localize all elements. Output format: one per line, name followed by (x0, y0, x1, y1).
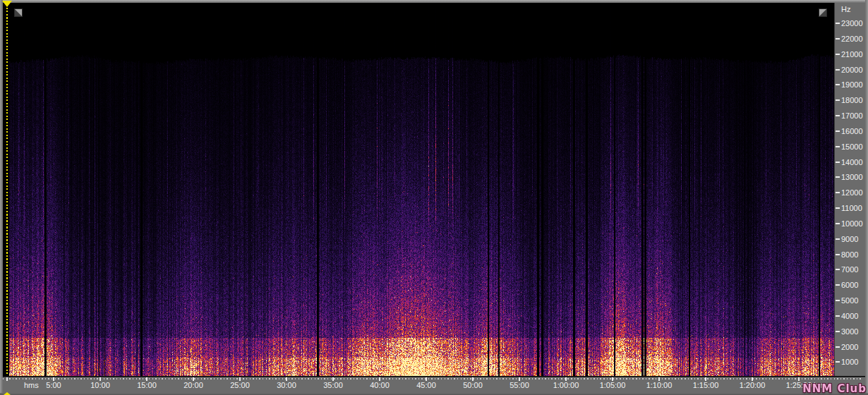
watermark-text: NNM Club (802, 382, 867, 395)
time-tick-label: 5:00 (46, 381, 61, 389)
time-tick-label: 1:10:00 (646, 381, 673, 389)
freq-tick (836, 84, 840, 85)
freq-tick (836, 130, 840, 132)
freq-tick (836, 238, 840, 240)
time-tick-label: 20:00 (183, 381, 203, 389)
freq-tick (836, 254, 840, 255)
freq-tick (836, 23, 840, 24)
freq-tick (836, 38, 840, 40)
spectrogram-canvas[interactable] (3, 3, 834, 376)
freq-tick-label: 4000 (841, 312, 858, 320)
freq-tick (836, 176, 840, 178)
freq-tick-label: 5000 (841, 296, 858, 305)
freq-tick-label: 1000 (841, 358, 858, 366)
freq-tick (836, 115, 840, 116)
time-tick-label: 1:15:00 (693, 381, 719, 389)
freq-tick-label: 18000 (841, 96, 863, 104)
time-tick-label: 50:00 (463, 381, 483, 389)
time-tick (6, 377, 8, 381)
freq-tick (836, 192, 840, 193)
time-tick-label: 55:00 (510, 381, 529, 389)
freq-tick (836, 54, 840, 55)
freq-tick (836, 361, 840, 363)
time-tick-label: 1:05:00 (600, 381, 626, 389)
window-frame-left (0, 0, 3, 395)
freq-tick-label: 12000 (841, 188, 863, 197)
freq-tick (836, 69, 840, 71)
freq-tick (836, 269, 840, 270)
freq-tick-label: 20000 (841, 66, 863, 74)
freq-tick (836, 315, 840, 317)
time-unit-label: hms (24, 381, 39, 389)
time-tick-label: 1:20:00 (740, 381, 766, 389)
freq-tick-label: 13000 (841, 173, 863, 181)
freq-tick-label: 11000 (841, 204, 862, 212)
time-tick-label: 1:00:00 (553, 381, 579, 389)
freq-tick-label: 2000 (841, 343, 858, 351)
resize-handle-icon-right[interactable] (819, 8, 827, 17)
freq-tick-label: 14000 (841, 158, 863, 166)
playhead-line (6, 8, 8, 376)
spectral-view-window: Hz 2300022000210002000019000180001700016… (0, 0, 868, 395)
resize-handle-icon-left[interactable] (14, 8, 23, 17)
time-tick-label: 25:00 (230, 381, 250, 389)
freq-tick-label: 3000 (841, 327, 858, 336)
freq-tick-label: 17000 (841, 111, 863, 120)
freq-tick-label: 15000 (841, 142, 863, 151)
frequency-ruler[interactable]: Hz 2300022000210002000019000180001700016… (834, 3, 865, 376)
time-tick-label: 30:00 (277, 381, 296, 389)
freq-tick-label: 9000 (841, 235, 858, 243)
freq-tick-label: 10000 (841, 219, 863, 228)
time-tick-label: 45:00 (416, 381, 436, 389)
time-ruler[interactable]: hms hm 5:0010:0015:0020:0025:0030:0035:0… (3, 377, 865, 393)
freq-tick (836, 162, 840, 163)
freq-tick-label: 6000 (841, 281, 858, 289)
freq-tick (836, 284, 840, 286)
time-tick-label: 35:00 (323, 381, 343, 389)
freq-tick (836, 207, 840, 209)
freq-tick-label: 23000 (841, 19, 863, 28)
freq-tick-label: 19000 (841, 80, 863, 89)
freq-tick-label: 16000 (841, 127, 863, 135)
window-frame-top (0, 0, 868, 3)
time-tick-label: 40:00 (370, 381, 390, 389)
frequency-unit-label: Hz (841, 5, 850, 13)
freq-tick (836, 300, 840, 301)
freq-tick-label: 22000 (841, 35, 863, 43)
freq-tick-label: 8000 (841, 250, 858, 259)
freq-tick (836, 331, 840, 332)
freq-tick (836, 346, 840, 348)
freq-tick (836, 223, 840, 224)
window-frame-right (865, 0, 868, 395)
time-tick-label: 15:00 (137, 381, 157, 389)
time-ruler-dotline (3, 378, 862, 379)
freq-tick-label: 7000 (841, 265, 858, 274)
freq-tick (836, 146, 840, 147)
playhead-marker-icon[interactable] (2, 1, 12, 7)
time-tick-label: 10:00 (90, 381, 110, 389)
freq-tick-label: 21000 (841, 50, 863, 59)
playhead-marker-bottom-icon (4, 392, 11, 395)
freq-tick (836, 99, 840, 101)
